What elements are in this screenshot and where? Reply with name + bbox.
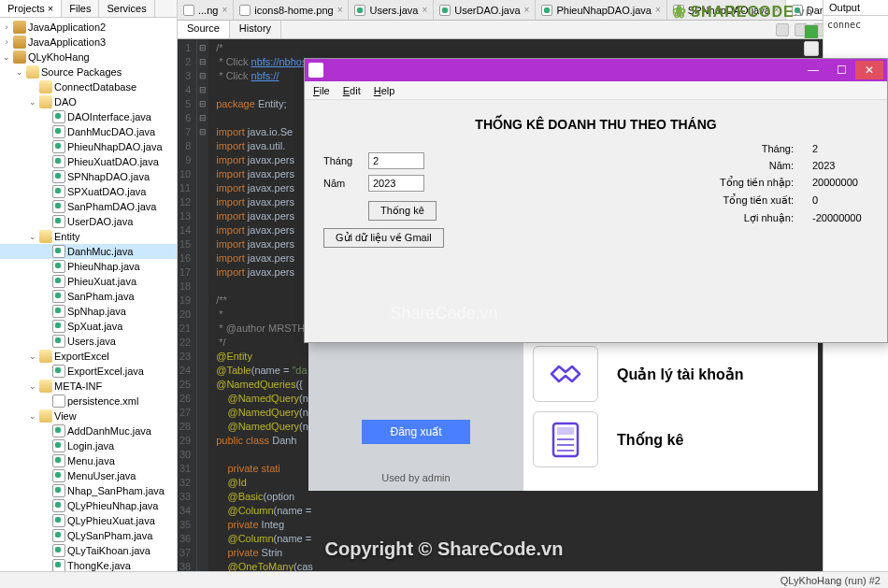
nam-input[interactable] <box>368 175 424 192</box>
tree-node[interactable]: Menu.java <box>0 453 177 468</box>
project-panel-tabs: Projects × Files Services <box>0 0 177 18</box>
tree-node-label: QLyPhieuNhap.java <box>67 498 158 513</box>
gmail-button[interactable]: Gửi dữ liệu về Gmail <box>323 228 444 248</box>
close-tab-icon[interactable]: × <box>337 5 343 15</box>
editor-tab[interactable]: ...ng× <box>178 0 234 20</box>
dashboard-item-stats[interactable]: Thống kê <box>533 411 809 467</box>
tree-node[interactable]: Login.java <box>0 438 177 453</box>
nam-label: Năm <box>323 178 361 189</box>
tree-node[interactable]: SPNhapDAO.java <box>0 169 177 184</box>
java-icon <box>52 424 65 437</box>
java-icon <box>439 5 451 16</box>
subtab-source[interactable]: Source <box>178 21 230 38</box>
tree-node[interactable]: ›JavaApplication3 <box>0 35 177 50</box>
stat-row: Tổng tiền xuất:0 <box>719 194 868 207</box>
tree-node-label: persistence.xml <box>67 394 138 409</box>
java-icon <box>52 320 65 333</box>
tree-node-label: UserDAO.java <box>67 214 133 229</box>
close-button[interactable]: ✕ <box>855 61 883 79</box>
close-tab-icon[interactable]: × <box>222 5 227 15</box>
java-icon <box>52 469 65 482</box>
tree-node[interactable]: ⌄Entity <box>0 229 177 244</box>
dialog-menubar: File Edit Help <box>305 81 887 100</box>
tree-node[interactable]: Users.java <box>0 334 177 349</box>
tree-node[interactable]: ⌄META-INF <box>0 379 177 394</box>
tree-node-label: QLyKhoHang <box>28 50 90 65</box>
dialog-titlebar[interactable]: — ☐ ✕ <box>305 59 887 81</box>
tree-node[interactable]: ConnectDatabase <box>0 79 177 94</box>
folder-icon <box>39 380 52 393</box>
tree-node-label: Users.java <box>67 334 116 349</box>
tree-node[interactable]: MenuUser.java <box>0 468 177 483</box>
editor-tab[interactable]: PhieuNhapDAO.java× <box>536 0 666 20</box>
dashboard-item-label: Thống kê <box>617 431 683 449</box>
tree-node-label: Entity <box>54 229 80 244</box>
thongke-button[interactable]: Thống kê <box>368 201 437 221</box>
tree-node[interactable]: PhieuNhap.java <box>0 259 177 274</box>
tree-node-label: QLyTaiKhoan.java <box>67 543 150 558</box>
maximize-button[interactable]: ☐ <box>827 61 855 79</box>
line-gutter: 1234567891011121314151617181920212223242… <box>178 39 197 571</box>
tree-node[interactable]: ⌄View <box>0 409 177 423</box>
tree-node[interactable]: QLySanPham.java <box>0 528 177 543</box>
stat-row: Năm:2023 <box>719 160 868 171</box>
thang-input[interactable] <box>368 152 424 169</box>
tab-projects[interactable]: Projects × <box>0 0 62 17</box>
java-icon <box>52 544 65 557</box>
close-tab-icon[interactable]: × <box>422 5 427 15</box>
tree-node[interactable]: DAOInterface.java <box>0 109 177 124</box>
tree-node[interactable]: SPXuatDAO.java <box>0 184 177 199</box>
menu-file[interactable]: File <box>308 83 335 98</box>
tab-services[interactable]: Services <box>99 0 154 17</box>
logout-button[interactable]: Đăng xuất <box>362 420 469 444</box>
java-icon <box>52 454 65 467</box>
tree-node[interactable]: QLyTaiKhoan.java <box>0 543 177 558</box>
tree-node[interactable]: QLyPhieuNhap.java <box>0 498 177 513</box>
tree-node[interactable]: SanPham.java <box>0 289 177 304</box>
minimize-button[interactable]: — <box>799 61 827 79</box>
dashboard-item-accounts[interactable]: Quản lý tài khoản <box>533 346 809 402</box>
tree-node[interactable]: ⌄Source Packages <box>0 65 177 79</box>
tree-node[interactable]: ⌄QLyKhoHang <box>0 50 177 65</box>
tree-node[interactable]: AddDanhMuc.java <box>0 423 177 438</box>
tree-node[interactable]: ExportExcel.java <box>0 364 177 379</box>
tree-node[interactable]: UserDAO.java <box>0 214 177 229</box>
close-tab-icon[interactable]: × <box>524 5 530 15</box>
dialog-body: THỐNG KÊ DOANH THU THEO THÁNG Tháng Năm … <box>305 100 887 342</box>
tree-node[interactable]: PhieuXuatDAO.java <box>0 154 177 169</box>
run-icon[interactable] <box>804 24 819 39</box>
tree-node[interactable]: ⌄DAO <box>0 94 177 109</box>
editor-tab[interactable]: icons8-home.png× <box>234 0 349 20</box>
close-tab-icon[interactable]: × <box>655 5 661 15</box>
project-tree[interactable]: ›JavaApplication2›JavaApplication3⌄QLyKh… <box>0 18 177 588</box>
tree-node[interactable]: DanhMuc.java <box>0 244 177 259</box>
java-icon <box>52 140 65 153</box>
menu-help[interactable]: Help <box>369 83 400 98</box>
tree-node[interactable]: persistence.xml <box>0 394 177 409</box>
tree-node[interactable]: SpNhap.java <box>0 304 177 319</box>
tree-node[interactable]: SpXuat.java <box>0 319 177 334</box>
tab-files[interactable]: Files <box>62 0 99 17</box>
menu-edit[interactable]: Edit <box>338 83 365 98</box>
tree-node-label: DanhMuc.java <box>67 244 133 259</box>
toolbar-btn[interactable] <box>776 23 789 36</box>
tree-node[interactable]: PhieuNhapDAO.java <box>0 139 177 154</box>
fold-column[interactable]: ⊟⊟⊟⊟⊟⊟⊟ <box>197 39 208 571</box>
editor-tab[interactable]: Users.java× <box>349 0 434 20</box>
output-tab[interactable]: Output <box>824 0 866 15</box>
tree-node[interactable]: DanhMucDAO.java <box>0 124 177 139</box>
tree-node[interactable]: PhieuXuat.java <box>0 274 177 289</box>
tree-node[interactable]: QLyPhieuXuat.java <box>0 513 177 528</box>
debug-icon[interactable] <box>804 41 819 56</box>
editor-tab[interactable]: UserDAO.java× <box>434 0 536 20</box>
subtab-history[interactable]: History <box>230 21 281 38</box>
folder-icon <box>13 50 26 64</box>
tree-node[interactable]: SanPhamDAO.java <box>0 199 177 214</box>
folder-icon <box>39 409 52 423</box>
tree-node[interactable]: ⌄ExportExcel <box>0 349 177 364</box>
java-icon <box>354 5 365 16</box>
tree-node-label: JavaApplication2 <box>28 20 106 35</box>
tree-node[interactable]: Nhap_SanPham.java <box>0 483 177 498</box>
stat-row: Tổng tiền nhập:20000000 <box>719 177 868 189</box>
tree-node[interactable]: ›JavaApplication2 <box>0 20 177 35</box>
